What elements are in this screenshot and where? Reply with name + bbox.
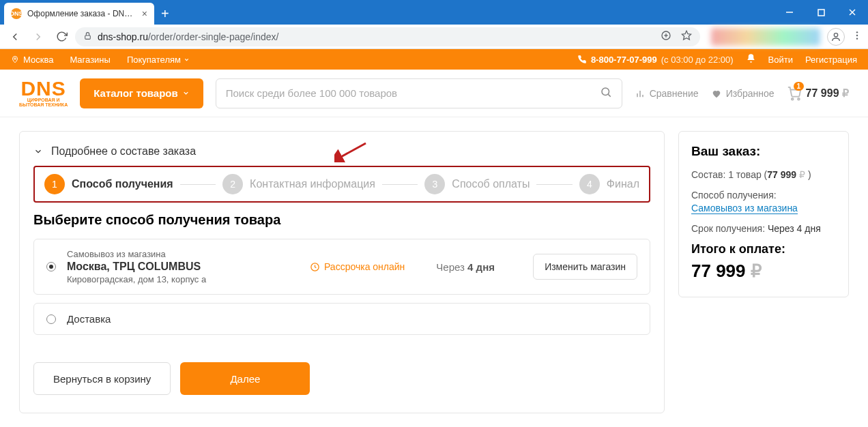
summary-method-link[interactable]: Самовывоз из магазина [691,203,798,214]
city-selector[interactable]: Москва [11,55,53,65]
compare-link[interactable]: Сравнение [635,88,699,99]
bookmark-star-icon[interactable] [681,30,692,44]
summary-composition: Состав: 1 товар (77 999 ₽ ) [691,168,836,182]
chevron-down-icon [184,57,190,63]
site-header: DNS ЦИФРОВАЯ И БЫТОВАЯ ТЕХНИКА Каталог т… [0,70,868,117]
back-button[interactable] [5,27,25,46]
catalog-button[interactable]: Каталог товаров [80,78,203,108]
cart-badge: 1 [794,82,805,91]
delivery-label: Доставка [67,313,111,325]
compare-icon [635,88,646,99]
cart-link[interactable]: 1 77 999 ₽ [787,86,849,101]
step-3[interactable]: 3 Способ оплаты [424,174,530,194]
phone-icon [577,55,587,64]
pickup-store: Москва, ТРЦ COLUMBUS [67,261,299,273]
search-input[interactable] [226,87,600,99]
profile-button[interactable] [827,28,845,46]
next-button[interactable]: Далее [180,362,310,395]
page-body: Подробнее о составе заказа 1 Способ полу… [0,117,868,427]
checkout-main: Подробнее о составе заказа 1 Способ полу… [19,131,665,413]
pickup-option[interactable]: Самовывоз из магазина Москва, ТРЦ COLUMB… [33,239,650,295]
svg-point-13 [14,58,16,60]
phone-block: 8-800-77-07-999 (с 03:00 до 22:00) [577,55,734,65]
bell-icon[interactable] [746,53,756,65]
svg-point-11 [856,34,858,35]
stores-link[interactable]: Магазины [70,55,111,65]
tab-close-icon[interactable]: × [142,8,147,19]
close-window-button[interactable] [837,0,868,25]
step-4[interactable]: 4 Финал [579,174,639,194]
svg-marker-8 [682,31,691,40]
summary-total-label: Итого к оплате: [691,242,836,256]
svg-rect-1 [818,10,824,16]
maximize-button[interactable] [805,0,837,25]
browser-titlebar: DNS Оформление заказа - DNS – ин × + [0,0,868,25]
svg-point-10 [856,31,858,33]
login-link[interactable]: Войти [768,55,793,65]
site-topbar: Москва Магазины Покупателям 8-800-77-07-… [0,49,868,70]
summary-title: Ваш заказ: [691,144,836,159]
installment-link[interactable]: Рассрочка онлайн [310,261,405,272]
lock-icon [83,31,92,43]
summary-method: Способ получения: Самовывоз из магазина [691,189,836,216]
delivery-radio[interactable] [46,314,56,324]
new-tab-button[interactable]: + [154,6,176,25]
favorites-link[interactable]: Избранное [711,88,775,99]
checkout-steps: 1 Способ получения 2 Контактная информац… [33,166,650,203]
address-bar[interactable]: dns-shop.ru/order/order-single-page/inde… [75,27,700,46]
extensions-blurred [711,28,820,46]
svg-rect-4 [85,35,91,38]
summary-eta: Срок получения: Через 4 дня [691,222,836,236]
browser-menu-icon[interactable] [852,30,863,44]
search-box[interactable] [216,78,622,108]
browser-toolbar: dns-shop.ru/order/order-single-page/inde… [0,25,868,49]
install-icon[interactable] [661,30,671,44]
svg-point-19 [791,98,793,100]
order-summary: Ваш заказ: Состав: 1 товар (77 999 ₽ ) С… [678,131,849,297]
heart-icon [711,88,722,99]
svg-point-14 [602,88,609,95]
svg-point-12 [856,38,858,39]
window-controls [774,0,868,25]
reload-button[interactable] [52,27,71,46]
url-text: dns-shop.ru/order/order-single-page/inde… [98,31,278,42]
pickup-address: Кировоградская, дом 13, корпус а [67,274,299,284]
delivery-option[interactable]: Доставка [33,303,650,335]
step-1[interactable]: 1 Способ получения [44,174,173,194]
back-to-cart-button[interactable]: Вернуться в корзину [33,362,171,395]
search-icon[interactable] [600,86,612,101]
logo[interactable]: DNS ЦИФРОВАЯ И БЫТОВАЯ ТЕХНИКА [19,79,68,107]
minimize-button[interactable] [774,0,805,25]
svg-point-9 [834,33,837,36]
order-details-toggle[interactable]: Подробнее о составе заказа [33,145,650,158]
register-link[interactable]: Регистрация [805,55,857,65]
customers-menu[interactable]: Покупателям [127,55,190,65]
tab-title: Оформление заказа - DNS – ин [27,9,136,18]
section-title: Выберите способ получения товара [33,212,650,228]
change-store-button[interactable]: Изменить магазин [533,254,637,280]
svg-line-15 [608,94,610,96]
step-2[interactable]: 2 Контактная информация [222,174,375,194]
forward-button[interactable] [29,27,48,46]
clock-icon [310,262,320,272]
chevron-down-icon [182,89,190,97]
footer-buttons: Вернуться в корзину Далее [33,362,650,395]
favicon: DNS [11,8,22,19]
summary-total-value: 77 999 ₽ [691,261,836,282]
pickup-eta: Через 4 дня [436,261,495,273]
browser-tab[interactable]: DNS Оформление заказа - DNS – ин × [4,3,154,25]
chevron-down-icon [33,147,43,156]
pickup-radio[interactable] [46,262,56,271]
cart-total: 77 999 ₽ [806,87,849,100]
pin-icon [11,55,19,63]
pickup-type: Самовывоз из магазина [67,249,299,259]
svg-point-20 [798,98,800,100]
